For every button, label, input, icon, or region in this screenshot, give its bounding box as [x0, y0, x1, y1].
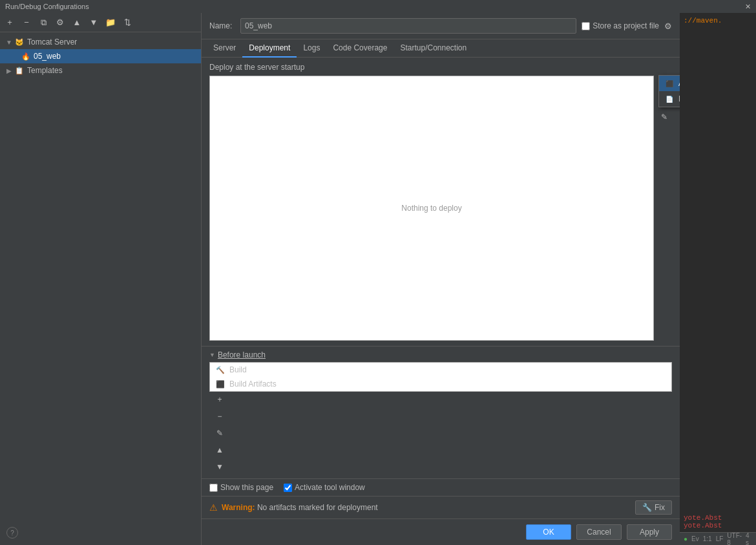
name-gear-button[interactable]: ⚙	[664, 21, 672, 31]
code-line-empty-5	[684, 71, 752, 82]
store-checkbox[interactable]	[582, 22, 590, 30]
tree-item-templates[interactable]: ▶ 📋 Templates	[0, 63, 201, 78]
tree-area: ▼ 🐱 Tomcat Server 🔥 05_web ▶ 📋 Templates	[0, 32, 201, 545]
warning-content: ⚠ Warning: No artifacts marked for deplo…	[209, 502, 378, 513]
tab-code-coverage[interactable]: Code Coverage	[326, 39, 394, 58]
help-button[interactable]: ?	[6, 527, 18, 539]
dropdown-external-item[interactable]: 📄 External Source...	[659, 91, 680, 107]
show-page-label: Show this page	[220, 483, 273, 492]
move-down-launch-button[interactable]: ▼	[212, 459, 227, 475]
move-up-button[interactable]: ▲	[70, 16, 84, 30]
title-bar: Run/Debug Configurations ✕	[0, 0, 756, 13]
deploy-side-buttons: + ▲ ✎	[656, 76, 672, 341]
before-launch-item-artifacts[interactable]: ⬛ Build Artifacts	[210, 377, 671, 391]
before-launch-item-build[interactable]: 🔨 Build	[210, 363, 671, 377]
activate-tool-window-checkbox-area: Activate tool window	[284, 483, 365, 492]
expand-icon: ▼	[5, 38, 13, 46]
dropdown-menu: ⬛ Artifact... 📄 External Source...	[658, 75, 680, 107]
code-line-empty-4	[684, 60, 752, 71]
templates-icon: 📋	[14, 65, 25, 76]
folder-button[interactable]: 📁	[103, 16, 118, 30]
web-icon: 🔥	[21, 51, 31, 61]
code-middle-empty	[680, 265, 756, 512]
tree-item-tomcat-server[interactable]: ▼ 🐱 Tomcat Server	[0, 35, 201, 49]
tomcat-server-label: Tomcat Server	[27, 37, 77, 47]
code-content: ://maven.	[680, 13, 756, 265]
code-line-empty-1	[684, 27, 752, 38]
close-icon[interactable]: ✕	[745, 3, 751, 11]
tab-server[interactable]: Server	[207, 39, 242, 58]
status-line-col: 1:1	[703, 535, 712, 542]
sort-button[interactable]: ⇅	[120, 16, 134, 30]
deploy-header: Deploy at the server startup	[209, 63, 672, 72]
add-launch-button[interactable]: +	[212, 392, 227, 407]
tab-deployment[interactable]: Deployment	[242, 39, 297, 58]
remove-launch-button[interactable]: −	[212, 409, 227, 424]
warning-message: No artifacts marked for deployment	[257, 503, 378, 512]
name-row: Name: Store as project file ⚙	[202, 13, 680, 39]
before-launch-side-buttons: + − ✎ ▲ ▼	[212, 392, 672, 475]
cancel-button[interactable]: Cancel	[576, 524, 622, 540]
build-icon: 🔨	[215, 365, 226, 375]
tabs-bar: Server Deployment Logs Code Coverage Sta…	[202, 39, 680, 58]
code-line-empty-8	[684, 104, 752, 115]
edit-deploy-button[interactable]: ✎	[656, 109, 672, 125]
move-up-launch-button[interactable]: ▲	[212, 442, 227, 458]
tab-startup-connection[interactable]: Startup/Connection	[394, 39, 473, 58]
show-page-checkbox[interactable]	[209, 484, 218, 492]
main-layout: + − ⧉ ⚙ ▲ ▼ 📁 ⇅ ▼ 🐱 Tomcat Server 🔥 05_w…	[0, 13, 756, 545]
edit-launch-button[interactable]: ✎	[212, 425, 227, 441]
expand-icon-templates: ▶	[5, 67, 13, 74]
status-lf: LF	[716, 535, 724, 542]
name-input[interactable]	[240, 18, 576, 34]
activate-label: Activate tool window	[295, 483, 365, 492]
tab-logs[interactable]: Logs	[297, 39, 326, 58]
code-line-abst2: yote.Abst	[684, 522, 752, 529]
templates-label: Templates	[27, 66, 63, 75]
show-page-checkbox-area: Show this page	[209, 483, 273, 492]
status-encoding: UTF-8	[727, 532, 742, 546]
status-green-dot: ●	[684, 535, 688, 542]
before-launch-header: ▼ Before launch	[209, 350, 672, 359]
fix-button[interactable]: 🔧 Fix	[635, 500, 672, 515]
status-label-ev: Ev	[691, 535, 699, 542]
store-label: Store as project file	[593, 21, 659, 30]
code-line-empty-2	[684, 38, 752, 49]
deploy-section: Deploy at the server startup Nothing to …	[202, 58, 680, 346]
ok-button[interactable]: OK	[526, 524, 571, 540]
warning-text: Warning: No artifacts marked for deploym…	[222, 503, 378, 512]
warning-icon: ⚠	[209, 502, 218, 513]
artifact-icon: ⬛	[664, 78, 675, 89]
tree-item-05web[interactable]: 🔥 05_web	[0, 49, 201, 63]
settings-button[interactable]: ⚙	[53, 16, 67, 30]
toolbar: + − ⧉ ⚙ ▲ ▼ 📁 ⇅	[0, 13, 201, 32]
remove-config-button[interactable]: −	[19, 16, 34, 30]
copy-config-button[interactable]: ⧉	[36, 16, 50, 30]
code-line-empty-7	[684, 93, 752, 104]
apply-button[interactable]: Apply	[627, 524, 672, 540]
collapse-arrow[interactable]: ▼	[209, 352, 215, 358]
code-bottom-lines: yote.Abst yote.Abst	[680, 511, 756, 532]
code-side-panel: ://maven. yote.Abst yote.Abst ● Ev 1:1 L…	[680, 13, 756, 545]
nothing-text: Nothing to deploy	[401, 204, 461, 213]
build-artifacts-label: Build Artifacts	[229, 379, 277, 389]
move-down-button[interactable]: ▼	[87, 16, 101, 30]
bottom-checkboxes: Show this page Activate tool window	[202, 478, 680, 496]
code-line-abst1: yote.Abst	[684, 514, 752, 522]
right-status-bar: ● Ev 1:1 LF UTF-8 4 s	[680, 532, 756, 545]
external-label: External Source...	[678, 94, 680, 103]
dropdown-artifact-item[interactable]: ⬛ Artifact...	[659, 76, 680, 91]
build-label: Build	[229, 365, 247, 374]
code-line-maven: ://maven.	[684, 16, 752, 27]
fix-icon: 🔧	[642, 503, 652, 512]
external-icon: 📄	[664, 94, 675, 104]
add-config-button[interactable]: +	[3, 16, 17, 30]
warning-bar: ⚠ Warning: No artifacts marked for deplo…	[202, 496, 680, 518]
deploy-box: Nothing to deploy ⬛ Artifact... 📄 Extern…	[209, 76, 654, 341]
activate-tool-window-checkbox[interactable]	[284, 484, 292, 492]
before-launch-list: 🔨 Build ⬛ Build Artifacts	[209, 362, 672, 392]
left-panel: + − ⧉ ⚙ ▲ ▼ 📁 ⇅ ▼ 🐱 Tomcat Server 🔥 05_w…	[0, 13, 202, 545]
tomcat-icon: 🐱	[14, 37, 25, 47]
artifacts-icon: ⬛	[215, 379, 226, 389]
artifact-label: Artifact...	[678, 79, 680, 88]
